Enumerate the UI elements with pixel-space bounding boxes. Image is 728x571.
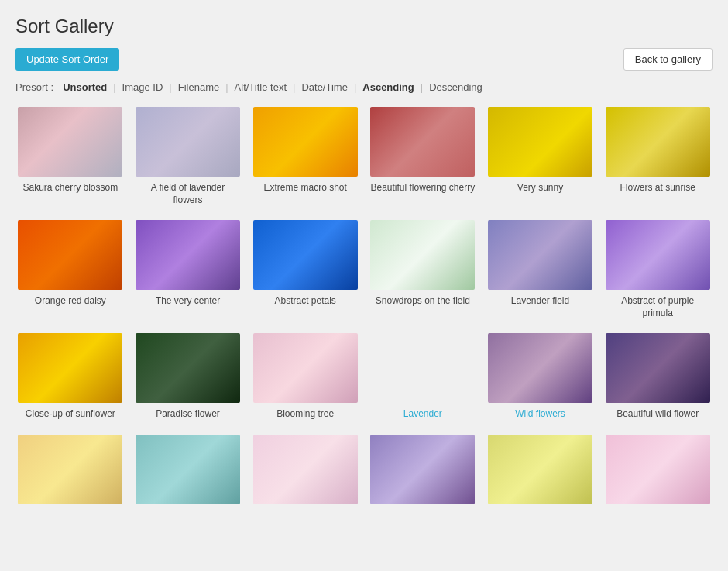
gallery-thumb-16[interactable] [370, 333, 475, 403]
gallery-item-18[interactable]: Beautiful wild flower [603, 333, 713, 421]
gallery-item-2[interactable]: A field of lavender flowers [133, 107, 243, 206]
top-bar: Update Sort Order Back to gallery [15, 48, 713, 71]
svg-rect-12 [18, 333, 122, 403]
gallery-label-4: Beautiful flowering cherry [370, 182, 475, 194]
svg-rect-14 [253, 333, 358, 403]
gallery-item-6[interactable]: Flowers at sunrise [603, 107, 713, 206]
svg-rect-15 [370, 333, 475, 403]
svg-rect-18 [18, 435, 122, 504]
gallery-label-16: Lavender [403, 408, 442, 421]
presort-filename[interactable]: Filename [172, 81, 225, 93]
gallery-item-13[interactable]: Close-up of sunflower [15, 333, 125, 421]
gallery-thumb-2[interactable] [136, 107, 240, 177]
gallery-label-6: Flowers at sunrise [620, 182, 695, 194]
gallery-item-3[interactable]: Extreme macro shot [250, 107, 360, 206]
svg-rect-5 [606, 107, 710, 177]
gallery-thumb-1[interactable] [18, 107, 122, 177]
gallery-label-14: Paradise flower [156, 408, 220, 421]
gallery-label-18: Beautiful wild flower [616, 408, 699, 421]
gallery-item-21[interactable] [250, 435, 360, 510]
gallery-thumb-17[interactable] [488, 333, 592, 403]
presort-bar: Presort : Unsorted | Image ID | Filename… [15, 81, 713, 93]
svg-rect-19 [136, 435, 240, 504]
presort-unsorted[interactable]: Unsorted [57, 81, 113, 93]
svg-rect-22 [488, 435, 592, 504]
presort-ascending[interactable]: Ascending [356, 81, 420, 93]
gallery-thumb-20[interactable] [136, 435, 240, 504]
gallery-label-15: Blooming tree [276, 408, 334, 421]
gallery-item-11[interactable]: Lavender field [486, 220, 596, 319]
gallery-item-5[interactable]: Very sunny [486, 107, 596, 206]
gallery-thumb-4[interactable] [370, 107, 475, 177]
svg-rect-13 [136, 333, 240, 403]
gallery-label-2: A field of lavender flowers [136, 182, 240, 206]
svg-rect-23 [606, 435, 710, 504]
gallery-item-15[interactable]: Blooming tree [250, 333, 360, 421]
svg-rect-10 [488, 220, 592, 290]
gallery-item-20[interactable] [133, 435, 243, 510]
svg-rect-2 [253, 107, 358, 177]
gallery-label-3: Extreme macro shot [263, 182, 346, 194]
gallery-item-4[interactable]: Beautiful flowering cherry [368, 107, 478, 206]
gallery-label-7: Orange red daisy [35, 295, 106, 308]
gallery-grid: Sakura cherry blossomA field of lavender… [15, 107, 713, 524]
gallery-item-7[interactable]: Orange red daisy [15, 220, 125, 319]
gallery-item-17[interactable]: Wild flowers [486, 333, 596, 421]
gallery-thumb-3[interactable] [253, 107, 358, 177]
gallery-label-12: Abstract of purple primula [606, 295, 710, 319]
presort-alt-title[interactable]: Alt/Title text [228, 81, 293, 93]
gallery-item-1[interactable]: Sakura cherry blossom [15, 107, 125, 206]
gallery-thumb-5[interactable] [488, 107, 592, 177]
presort-image-id[interactable]: Image ID [116, 81, 170, 93]
gallery-label-13: Close-up of sunflower [26, 408, 115, 421]
gallery-thumb-10[interactable] [370, 220, 475, 290]
gallery-item-16[interactable]: Lavender [368, 333, 478, 421]
svg-rect-17 [606, 333, 710, 403]
gallery-item-8[interactable]: The very center [133, 220, 243, 319]
svg-rect-3 [370, 107, 475, 177]
gallery-thumb-15[interactable] [253, 333, 358, 403]
svg-rect-6 [18, 220, 122, 290]
page-container: Sort Gallery Update Sort Order Back to g… [0, 0, 728, 571]
gallery-label-1: Sakura cherry blossom [22, 182, 118, 194]
gallery-label-10: Snowdrops on the field [376, 295, 470, 308]
svg-rect-16 [488, 333, 592, 403]
gallery-thumb-12[interactable] [606, 220, 710, 290]
gallery-label-8: The very center [156, 295, 220, 308]
gallery-label-5: Very sunny [517, 182, 563, 194]
gallery-thumb-24[interactable] [606, 435, 710, 504]
page-title: Sort Gallery [15, 15, 713, 37]
gallery-item-24[interactable] [603, 435, 713, 510]
gallery-thumb-9[interactable] [253, 220, 358, 290]
gallery-item-23[interactable] [486, 435, 596, 510]
svg-rect-8 [253, 220, 358, 290]
presort-datetime[interactable]: Date/Time [295, 81, 353, 93]
gallery-thumb-13[interactable] [18, 333, 122, 403]
gallery-thumb-8[interactable] [136, 220, 240, 290]
gallery-thumb-21[interactable] [253, 435, 358, 504]
gallery-thumb-18[interactable] [606, 333, 710, 403]
svg-rect-11 [606, 220, 710, 290]
gallery-item-9[interactable]: Abstract petals [250, 220, 360, 319]
svg-rect-9 [370, 220, 475, 290]
gallery-item-19[interactable] [15, 435, 125, 510]
gallery-thumb-22[interactable] [370, 435, 475, 504]
back-to-gallery-button[interactable]: Back to gallery [623, 48, 713, 71]
svg-rect-21 [370, 435, 475, 504]
gallery-label-11: Lavender field [511, 295, 569, 308]
update-sort-order-button[interactable]: Update Sort Order [15, 48, 119, 71]
gallery-item-14[interactable]: Paradise flower [133, 333, 243, 421]
gallery-item-12[interactable]: Abstract of purple primula [603, 220, 713, 319]
svg-rect-4 [488, 107, 592, 177]
gallery-thumb-23[interactable] [488, 435, 592, 504]
gallery-thumb-14[interactable] [136, 333, 240, 403]
gallery-thumb-11[interactable] [488, 220, 592, 290]
presort-descending[interactable]: Descending [423, 81, 489, 93]
gallery-thumb-6[interactable] [606, 107, 710, 177]
gallery-thumb-7[interactable] [18, 220, 122, 290]
gallery-thumb-19[interactable] [18, 435, 122, 504]
gallery-item-10[interactable]: Snowdrops on the field [368, 220, 478, 319]
svg-rect-7 [136, 220, 240, 290]
svg-rect-0 [18, 107, 122, 177]
gallery-item-22[interactable] [368, 435, 478, 510]
